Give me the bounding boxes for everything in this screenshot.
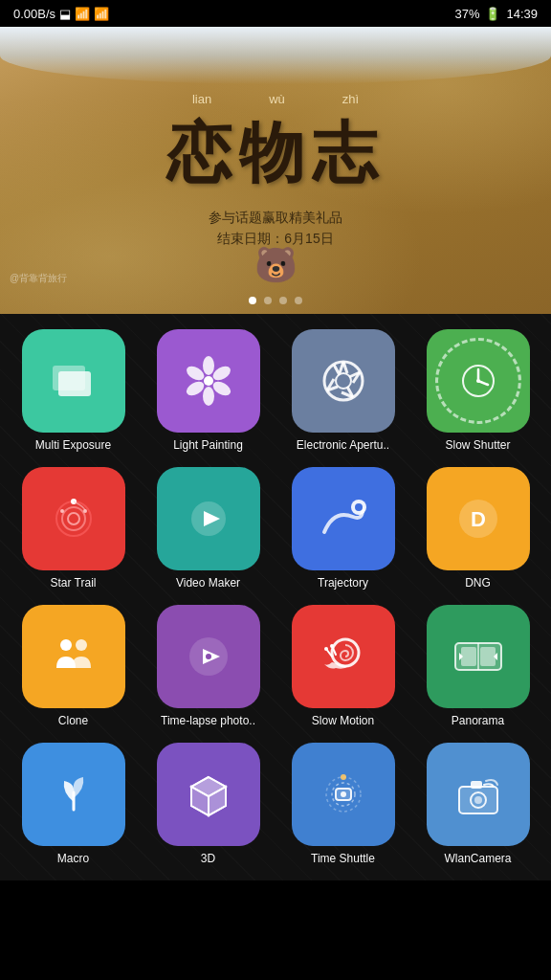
multi-exposure-icon: [22, 329, 125, 433]
app-wlan-camera[interactable]: WlanCamera: [414, 743, 541, 865]
svg-line-19: [334, 365, 340, 375]
banner-wave: [0, 27, 551, 84]
slow-shutter-icon: [427, 329, 530, 433]
dng-icon: D: [427, 467, 530, 570]
banner-chinese: 恋物志: [166, 110, 385, 197]
time-shuttle-icon: [292, 743, 395, 846]
banner-watermark: @背靠背旅行: [10, 272, 67, 285]
status-left: 0.00B/s ⬓ 📶 📶: [13, 7, 109, 21]
trajectory-icon: [292, 467, 395, 570]
slow-motion-label: Slow Motion: [312, 714, 374, 727]
wifi-icon: 📶: [75, 7, 90, 21]
trajectory-svg: [315, 490, 372, 547]
app-trajectory[interactable]: Trajectory: [279, 467, 407, 590]
banner-pinyin: lian wù zhì: [166, 92, 385, 106]
svg-rect-62: [471, 781, 482, 789]
svg-point-59: [341, 791, 346, 797]
panorama-icon: [427, 605, 530, 708]
svg-point-6: [203, 387, 214, 406]
app-video-maker[interactable]: Video Maker: [144, 467, 272, 590]
pinyin3: zhì: [342, 92, 359, 106]
timelapse-svg: [180, 628, 237, 685]
app-electronic-aperture[interactable]: Electronic Apertu..: [279, 329, 407, 452]
macro-svg: [45, 766, 102, 823]
dng-svg: D: [450, 490, 507, 547]
svg-point-3: [203, 356, 214, 375]
star-trail-icon: [22, 467, 125, 570]
panorama-label: Panorama: [452, 714, 504, 727]
svg-point-44: [324, 647, 328, 651]
signal-icon: 📶: [94, 7, 109, 21]
svg-rect-48: [480, 647, 496, 666]
dot-3[interactable]: [279, 297, 287, 304]
slow-shutter-label: Slow Shutter: [445, 438, 510, 452]
app-multi-exposure[interactable]: Multi Exposure: [10, 329, 137, 452]
app-slow-motion[interactable]: Slow Motion: [279, 605, 407, 727]
video-maker-label: Video Maker: [176, 576, 240, 590]
banner-subtitle: 参与话题赢取精美礼品 结束日期：6月15日: [166, 207, 385, 250]
dot-2[interactable]: [264, 297, 272, 304]
3d-icon: [157, 743, 260, 846]
time: 14:39: [506, 7, 538, 21]
battery-icon: 🔋: [485, 7, 500, 21]
app-star-trail[interactable]: Star Trail: [10, 467, 137, 590]
video-maker-icon: [157, 467, 260, 570]
clone-label: Clone: [58, 714, 88, 727]
svg-point-36: [60, 639, 72, 651]
aperture-svg: [315, 352, 372, 410]
bluetooth-icon: ⬓: [59, 7, 71, 21]
banner-hand: 🐻: [254, 245, 298, 285]
pinyin1: lian: [192, 92, 211, 106]
app-grid-section: Multi Exposure Light Painting: [0, 314, 551, 880]
wlan-camera-svg: [450, 766, 507, 823]
battery-percent: 37%: [454, 7, 479, 21]
star-trail-label: Star Trail: [50, 576, 96, 590]
app-clone[interactable]: Clone: [10, 605, 137, 727]
trajectory-label: Trajectory: [318, 576, 368, 590]
dot-4[interactable]: [295, 297, 302, 304]
light-painting-icon: [157, 329, 260, 433]
app-macro[interactable]: Macro: [10, 743, 137, 865]
banner-dots: [249, 297, 302, 304]
layers-svg: [45, 352, 102, 410]
app-timelapse[interactable]: Time-lapse photo..: [144, 605, 272, 727]
svg-point-64: [474, 796, 482, 804]
app-time-shuttle[interactable]: Time Shuttle: [279, 743, 407, 865]
electronic-aperture-label: Electronic Apertu..: [297, 438, 389, 452]
snail-svg: [315, 628, 372, 685]
app-grid: Multi Exposure Light Painting: [10, 329, 541, 865]
panorama-svg: [450, 628, 507, 685]
svg-point-29: [60, 509, 64, 513]
clock-ring: [435, 338, 521, 424]
app-slow-shutter[interactable]: Slow Shutter: [414, 329, 541, 452]
video-svg: [180, 490, 237, 547]
dot-1[interactable]: [249, 297, 256, 304]
svg-point-45: [330, 644, 334, 648]
wlan-camera-icon: [427, 743, 530, 846]
svg-point-26: [68, 513, 79, 524]
star-trail-svg: [45, 490, 102, 547]
slow-motion-icon: [292, 605, 395, 708]
svg-point-25: [62, 507, 85, 530]
app-dng[interactable]: D DNG: [414, 467, 541, 590]
status-bar: 0.00B/s ⬓ 📶 📶 37% 🔋 14:39: [0, 0, 551, 27]
app-panorama[interactable]: Panorama: [414, 605, 541, 727]
app-3d[interactable]: 3D: [144, 743, 272, 865]
clone-icon: [22, 605, 125, 708]
timelapse-icon: [157, 605, 260, 708]
multi-exposure-label: Multi Exposure: [35, 438, 111, 452]
banner-content: lian wù zhì 恋物志 参与话题赢取精美礼品 结束日期：6月15日: [166, 92, 385, 250]
cube-svg: [180, 766, 237, 823]
macro-label: Macro: [57, 852, 89, 865]
status-right: 37% 🔋 14:39: [454, 7, 538, 21]
macro-icon: [22, 743, 125, 846]
clone-svg: [45, 628, 102, 685]
banner-sub1: 参与话题赢取精美礼品: [166, 207, 385, 228]
network-speed: 0.00B/s: [13, 7, 55, 21]
app-light-painting[interactable]: Light Painting: [144, 329, 272, 452]
svg-point-37: [76, 639, 87, 651]
flower-svg: [180, 352, 237, 410]
time-shuttle-label: Time Shuttle: [311, 852, 375, 865]
svg-rect-47: [461, 647, 476, 666]
svg-point-40: [206, 654, 211, 659]
